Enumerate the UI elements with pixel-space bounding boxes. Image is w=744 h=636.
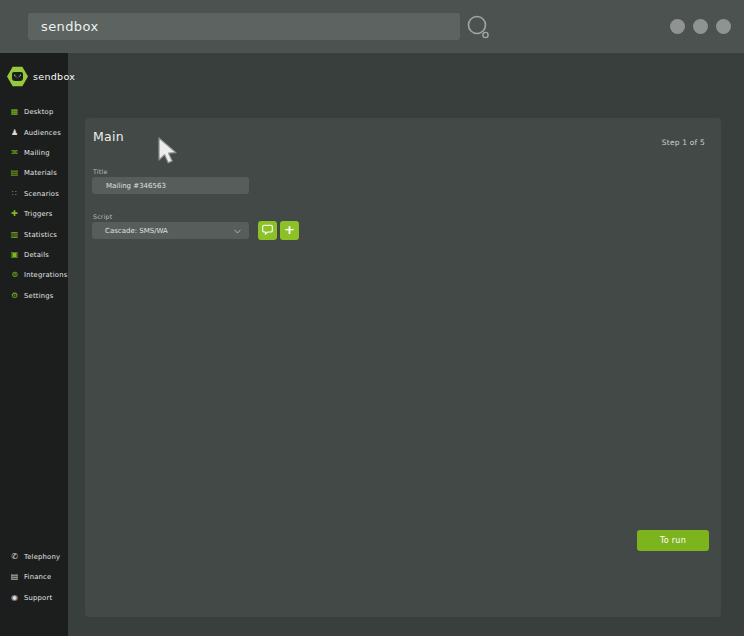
phone-icon: ✆: [10, 553, 19, 561]
topbar-dot-icon[interactable]: [693, 19, 708, 34]
sidebar-item-label: Desktop: [24, 108, 53, 116]
trigger-plus-icon: ✚: [10, 210, 19, 218]
step-indicator: Step 1 of 5: [662, 138, 705, 147]
script-select-value: Cascade: SMS/WA: [105, 227, 168, 235]
sidebar-item-finance[interactable]: ▤Finance: [0, 567, 68, 587]
section-title: Main: [93, 129, 124, 144]
sidebar-item-settings[interactable]: ⚙Settings: [0, 286, 68, 306]
plus-icon: +: [284, 223, 295, 236]
chevron-down-icon: [234, 228, 241, 236]
search-input[interactable]: [28, 13, 460, 40]
script-preview-button[interactable]: [258, 221, 277, 240]
statistics-icon: ▥: [10, 231, 19, 239]
run-button[interactable]: To run: [637, 530, 709, 551]
sidebar-item-label: Support: [24, 594, 52, 602]
sidebar-item-triggers[interactable]: ✚Triggers: [0, 204, 68, 224]
support-icon: ◉: [10, 594, 19, 602]
content-area: ← Create mailing MainAudiencesChannelsSe…: [68, 53, 744, 636]
sidebar-item-label: Scenarios: [24, 190, 59, 198]
sidebar-item-details[interactable]: ▣Details: [0, 245, 68, 265]
topbar: [0, 0, 744, 53]
sidebar-item-materials[interactable]: ▤Materials: [0, 163, 68, 183]
sidebar-item-label: Mailing: [24, 149, 50, 157]
scenarios-icon: ∷: [10, 190, 19, 198]
sendbox-logo-icon: [7, 66, 28, 87]
sidebar-item-desktop[interactable]: ▦Desktop: [0, 102, 68, 122]
mailing-title-input[interactable]: [92, 177, 249, 194]
sidebar-item-label: Materials: [24, 169, 57, 177]
sidebar-item-integrations[interactable]: ⊚Integrations: [0, 265, 68, 285]
sidebar-item-label: Statistics: [24, 231, 57, 239]
gear-icon: ⚙: [10, 292, 19, 300]
sidebar-item-scenarios[interactable]: ∷Scenarios: [0, 184, 68, 204]
script-select[interactable]: Cascade: SMS/WA: [92, 222, 249, 239]
sidebar-nav: ▦Desktop♟Audiences✉Mailing▤Materials∷Sce…: [0, 102, 68, 306]
sidebar-item-telephony[interactable]: ✆Telephony: [0, 547, 68, 567]
add-script-button[interactable]: +: [280, 221, 299, 240]
integrations-icon: ⊚: [10, 271, 19, 279]
app-root: { "topbar": { "search_value": "sendbox" …: [0, 0, 744, 636]
script-field-label: Script: [93, 213, 112, 220]
sidebar-item-label: Details: [24, 251, 49, 259]
materials-icon: ▤: [10, 169, 19, 177]
chat-bubble-icon: [262, 223, 273, 238]
title-field-label: Title: [93, 168, 108, 175]
users-icon: ♟: [10, 129, 19, 137]
sidebar-item-statistics[interactable]: ▥Statistics: [0, 224, 68, 244]
sendbox-logo[interactable]: sendbox: [0, 53, 68, 87]
main-panel: Main Step 1 of 5 Title Script Cascade: S…: [85, 118, 721, 617]
search-icon[interactable]: [466, 14, 492, 44]
sendbox-logo-text: sendbox: [33, 71, 75, 82]
sidebar-item-label: Finance: [24, 573, 51, 581]
details-icon: ▣: [10, 251, 19, 259]
topbar-menu-dots: [670, 19, 731, 34]
sidebar-item-support[interactable]: ◉Support: [0, 588, 68, 608]
sidebar-item-label: Audiences: [24, 129, 61, 137]
sidebar-item-label: Telephony: [24, 553, 60, 561]
sidebar-nav-bottom: ✆Telephony▤Finance◉Support: [0, 547, 68, 608]
grid-icon: ▦: [10, 108, 19, 116]
sidebar-item-label: Integrations: [24, 271, 67, 279]
topbar-dot-icon[interactable]: [670, 19, 685, 34]
sidebar-item-mailing[interactable]: ✉Mailing: [0, 143, 68, 163]
finance-icon: ▤: [10, 573, 19, 581]
mail-icon: ✉: [10, 149, 19, 157]
sidebar-item-label: Settings: [24, 292, 53, 300]
topbar-dot-icon[interactable]: [716, 19, 731, 34]
sidebar-item-label: Triggers: [24, 210, 53, 218]
sidebar: sendbox ▦Desktop♟Audiences✉Mailing▤Mater…: [0, 53, 68, 636]
sidebar-item-audiences[interactable]: ♟Audiences: [0, 122, 68, 142]
